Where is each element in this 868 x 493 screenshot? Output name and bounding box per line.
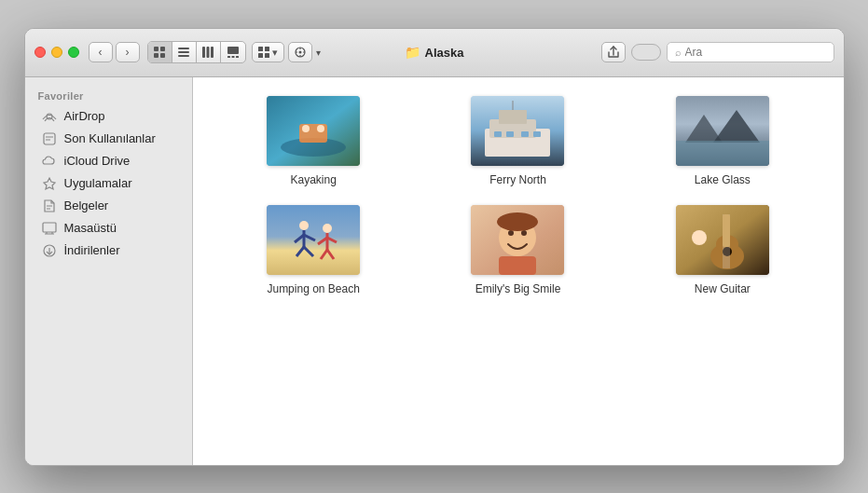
file-thumb-kayaking — [267, 96, 360, 166]
dropdown-arrow: ▾ — [316, 48, 321, 58]
icloud-icon — [42, 154, 57, 169]
svg-rect-2 — [154, 53, 158, 58]
file-thumb-beach — [267, 205, 360, 275]
file-name-ferry: Ferry North — [489, 173, 546, 186]
sidebar: Favoriler AirDrop — [25, 77, 193, 465]
sidebar-label-apps: Uygulamalar — [64, 176, 132, 190]
svg-point-82 — [692, 230, 707, 245]
svg-rect-48 — [521, 131, 529, 137]
forward-button[interactable]: › — [116, 42, 140, 62]
airdrop-icon — [42, 109, 57, 124]
action-button[interactable] — [288, 42, 312, 62]
svg-point-40 — [317, 125, 324, 132]
file-name-beach: Jumping on Beach — [267, 282, 359, 295]
folder-icon: 📁 — [405, 45, 420, 60]
svg-rect-9 — [211, 47, 214, 58]
sidebar-item-icloud[interactable]: iCloud Drive — [29, 150, 188, 172]
svg-point-55 — [299, 221, 309, 230]
search-bar[interactable]: ⌕ — [667, 42, 834, 62]
svg-point-39 — [302, 125, 310, 132]
view-icon-list[interactable] — [172, 42, 197, 62]
svg-rect-72 — [499, 256, 536, 275]
svg-rect-49 — [533, 131, 541, 137]
svg-point-61 — [323, 224, 332, 233]
file-item-guitar[interactable]: New Guitar — [629, 205, 815, 295]
svg-rect-12 — [231, 56, 234, 58]
file-item-ferry-north[interactable]: Ferry North — [425, 96, 611, 186]
share-button[interactable] — [601, 42, 626, 62]
nav-buttons: ‹ › — [89, 42, 140, 62]
sidebar-item-recents[interactable]: Son Kullanılanlar — [29, 128, 188, 150]
svg-rect-14 — [258, 47, 263, 51]
main-content: Favoriler AirDrop — [25, 77, 844, 465]
apps-icon — [42, 176, 57, 191]
file-name-kayaking: Kayaking — [290, 173, 336, 186]
svg-rect-53 — [676, 141, 769, 166]
desktop-icon — [42, 221, 57, 236]
file-name-lake: Lake Glass — [695, 173, 751, 186]
svg-rect-46 — [494, 131, 502, 137]
file-thumb-smile — [471, 205, 564, 275]
file-item-kayaking[interactable]: Kayaking — [221, 96, 406, 186]
minimize-button[interactable] — [51, 47, 62, 58]
sidebar-section-label: Favoriler — [25, 87, 192, 105]
file-grid: Kayaking — [221, 96, 816, 295]
docs-icon — [42, 199, 57, 213]
sidebar-item-airdrop[interactable]: AirDrop — [29, 105, 188, 128]
svg-rect-30 — [43, 223, 56, 232]
view-buttons — [147, 41, 246, 63]
svg-rect-5 — [178, 51, 189, 53]
file-item-lake-glass[interactable]: Lake Glass — [629, 96, 815, 186]
file-name-smile: Emily's Big Smile — [475, 282, 561, 295]
svg-rect-15 — [265, 47, 269, 51]
finder-window: ‹ › — [24, 28, 845, 466]
svg-point-71 — [497, 212, 538, 231]
sidebar-item-downloads[interactable]: İndirilenler — [29, 240, 188, 262]
svg-point-70 — [521, 230, 527, 236]
file-content: Kayaking — [193, 77, 844, 465]
sidebar-label-desktop: Masaüstü — [64, 221, 117, 235]
sidebar-label-recents: Son Kullanılanlar — [64, 131, 156, 145]
file-thumb-lake — [676, 96, 769, 166]
titlebar: ‹ › — [25, 29, 844, 77]
sidebar-label-icloud: iCloud Drive — [64, 154, 131, 168]
svg-rect-11 — [227, 56, 230, 58]
svg-rect-17 — [265, 53, 269, 58]
window-title-area: 📁 Alaska — [405, 45, 464, 60]
svg-rect-1 — [160, 47, 165, 51]
file-thumb-guitar — [676, 205, 769, 275]
tag-button[interactable] — [631, 44, 661, 61]
view-icon-grid[interactable] — [148, 42, 172, 62]
svg-rect-13 — [236, 56, 239, 58]
close-button[interactable] — [34, 47, 46, 58]
svg-point-19 — [298, 51, 301, 54]
svg-rect-3 — [160, 53, 165, 58]
svg-point-69 — [508, 230, 514, 236]
window-title: Alaska — [425, 46, 464, 60]
search-input[interactable] — [685, 46, 826, 59]
sidebar-label-downloads: İndirilenler — [64, 243, 120, 257]
svg-rect-25 — [44, 133, 55, 144]
back-button[interactable]: ‹ — [89, 42, 113, 62]
search-icon: ⌕ — [675, 47, 682, 58]
file-name-guitar: New Guitar — [695, 282, 751, 295]
file-thumb-ferry — [471, 96, 564, 166]
sidebar-item-docs[interactable]: Belgeler — [29, 195, 188, 217]
view-icon-columns[interactable] — [197, 42, 221, 62]
view-icon-gallery[interactable] — [221, 42, 245, 62]
svg-rect-7 — [202, 47, 205, 58]
svg-rect-47 — [506, 131, 514, 137]
downloads-icon — [42, 243, 57, 258]
chevron-down-icon: ▾ — [272, 47, 278, 59]
svg-rect-0 — [154, 47, 158, 51]
sidebar-label-airdrop: AirDrop — [64, 109, 105, 123]
view-dropdown[interactable]: ▾ — [252, 42, 284, 62]
svg-rect-4 — [178, 48, 189, 49]
file-item-beach[interactable]: Jumping on Beach — [221, 205, 406, 295]
file-item-smile[interactable]: Emily's Big Smile — [425, 205, 611, 295]
recents-icon — [42, 131, 57, 146]
sidebar-item-desktop[interactable]: Masaüstü — [29, 217, 188, 240]
sidebar-item-apps[interactable]: Uygulamalar — [29, 172, 188, 195]
maximize-button[interactable] — [68, 47, 79, 58]
svg-rect-16 — [258, 53, 263, 58]
